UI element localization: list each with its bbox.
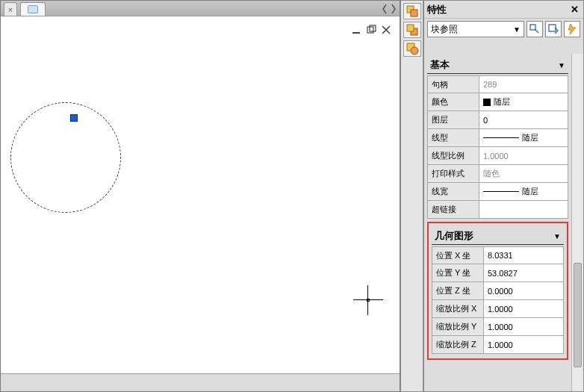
label-hyperlink: 超链接	[427, 201, 479, 219]
value-pos-z[interactable]	[484, 282, 564, 300]
tab-prev[interactable]	[380, 1, 389, 16]
canvas-panel: ×	[0, 0, 400, 392]
svg-rect-6	[407, 25, 414, 31]
svg-rect-9	[530, 25, 535, 30]
label-pos-x: 位置 X 坐	[432, 246, 484, 264]
row-handle: 句柄 289	[427, 75, 568, 93]
object-type-select[interactable]: 块参照 ▼	[427, 21, 524, 37]
panel-close-icon[interactable]: ✕	[568, 4, 580, 16]
value-scale-y[interactable]	[484, 318, 564, 336]
label-lineweight: 线宽	[427, 183, 479, 201]
label-scale-y: 缩放比例 Y	[432, 318, 484, 336]
svg-rect-2	[370, 25, 376, 31]
properties-panel: 特性 ✕ 块参照 ▼ 基本 ▼	[423, 0, 584, 392]
label-color: 颜色	[427, 93, 479, 111]
tool-bring-front[interactable]	[403, 3, 421, 19]
line-sample-icon	[483, 191, 519, 192]
properties-scroll: 基本 ▼ 句柄 289 颜色 随层 图层	[424, 54, 583, 391]
chevron-down-icon: ▼	[558, 61, 565, 69]
tool-send-back[interactable]	[403, 22, 421, 38]
tab-bar: ×	[1, 1, 400, 16]
label-handle: 句柄	[427, 75, 479, 93]
label-pos-z: 位置 Z 坐	[432, 282, 484, 300]
panel-title-bar: 特性 ✕	[424, 1, 583, 18]
label-scale-z: 缩放比例 Z	[432, 336, 484, 354]
row-pos-z: 位置 Z 坐	[432, 282, 564, 300]
canvas[interactable]	[1, 16, 400, 373]
value-scale-z[interactable]	[484, 336, 564, 354]
tab-next[interactable]	[389, 1, 398, 16]
row-color: 颜色 随层	[427, 93, 568, 111]
row-pos-y: 位置 Y 坐	[432, 264, 564, 282]
crosshair-cursor	[353, 285, 383, 315]
tab-new[interactable]	[20, 2, 46, 16]
value-pos-x[interactable]	[484, 246, 564, 264]
tab-arrows	[380, 1, 398, 16]
line-sample-icon	[483, 137, 519, 138]
row-scale-z: 缩放比例 Z	[432, 336, 564, 354]
svg-rect-4	[411, 10, 417, 16]
input-scale-y[interactable]	[488, 323, 559, 332]
color-swatch-icon	[483, 99, 491, 106]
panel-title: 特性	[427, 3, 447, 16]
section-geometry-title: 几何图形	[435, 229, 473, 243]
section-geometry-header[interactable]: 几何图形 ▼	[432, 228, 564, 245]
app-root: ×	[0, 0, 584, 392]
restore-icon[interactable]	[365, 24, 377, 36]
row-lineweight: 线宽 随层	[427, 183, 568, 201]
input-scale-z[interactable]	[488, 340, 559, 349]
row-plot-style: 打印样式 随色	[427, 165, 568, 183]
svg-rect-1	[367, 27, 373, 33]
row-scale-y: 缩放比例 Y	[432, 318, 564, 336]
close-icon[interactable]	[380, 24, 392, 36]
label-scale-x: 缩放比例 X	[432, 300, 484, 318]
input-pos-y[interactable]	[488, 269, 559, 278]
row-layer: 图层 0	[427, 111, 568, 129]
status-bar	[1, 373, 400, 391]
tool-circle-overlap[interactable]	[403, 40, 421, 57]
tab-close[interactable]: ×	[4, 2, 17, 16]
label-pos-y: 位置 Y 坐	[432, 264, 484, 282]
object-selector-row: 块参照 ▼	[424, 18, 583, 39]
chevron-down-icon: ▼	[513, 25, 521, 34]
minimize-icon[interactable]	[350, 24, 362, 36]
flash-button[interactable]	[564, 21, 580, 37]
value-plot-style[interactable]: 随色	[479, 165, 568, 183]
value-handle: 289	[479, 75, 568, 93]
row-scale-x: 缩放比例 X	[432, 300, 564, 318]
label-linetype-scale: 线型比例	[427, 147, 479, 165]
value-layer[interactable]: 0	[479, 111, 568, 129]
input-pos-z[interactable]	[488, 287, 559, 296]
section-basic-header[interactable]: 基本 ▼	[427, 57, 568, 74]
value-linetype[interactable]: 随层	[479, 129, 568, 147]
side-toolbar	[400, 0, 423, 392]
grip-handle[interactable]	[70, 114, 78, 122]
basic-grid: 句柄 289 颜色 随层 图层 0 线型 随层	[427, 75, 568, 219]
value-linetype-scale[interactable]: 1.0000	[479, 147, 568, 165]
value-lineweight[interactable]: 随层	[479, 183, 568, 201]
chevron-down-icon: ▼	[553, 232, 561, 240]
object-type-value: 块参照	[431, 23, 458, 36]
svg-point-8	[411, 47, 418, 55]
scrollbar-thumb[interactable]	[574, 263, 582, 367]
page-icon	[28, 5, 38, 13]
pick-button[interactable]	[545, 21, 562, 37]
value-hyperlink[interactable]	[479, 201, 568, 219]
svg-rect-0	[352, 32, 360, 34]
row-linetype-scale: 线型比例 1.0000	[427, 147, 568, 165]
value-color[interactable]: 随层	[479, 93, 568, 111]
input-pos-x[interactable]	[488, 251, 559, 260]
section-geometry-highlight: 几何图形 ▼ 位置 X 坐 位置 Y 坐 位置 Z 坐	[427, 222, 568, 360]
vertical-scrollbar[interactable]	[571, 54, 583, 391]
properties-list: 基本 ▼ 句柄 289 颜色 随层 图层	[424, 54, 571, 391]
window-controls	[350, 24, 392, 36]
quick-select-button[interactable]	[526, 21, 543, 37]
label-plot-style: 打印样式	[427, 165, 479, 183]
section-basic-title: 基本	[430, 58, 450, 72]
row-pos-x: 位置 X 坐	[432, 246, 564, 264]
row-hyperlink: 超链接	[427, 201, 568, 219]
value-pos-y[interactable]	[484, 264, 564, 282]
value-scale-x[interactable]	[484, 300, 564, 318]
section-basic: 基本 ▼ 句柄 289 颜色 随层 图层	[427, 57, 568, 219]
input-scale-x[interactable]	[488, 305, 559, 314]
